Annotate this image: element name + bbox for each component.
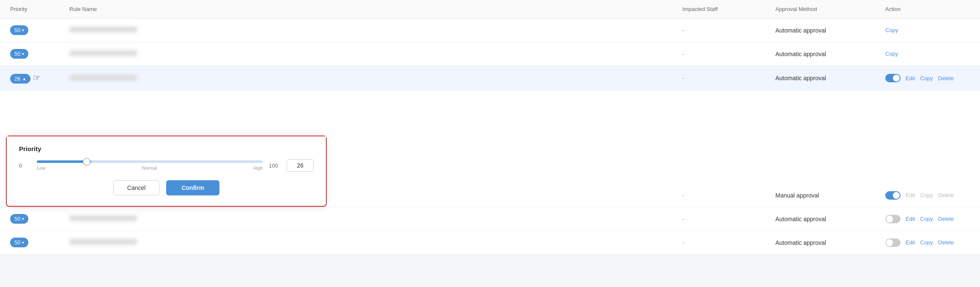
copy-link[interactable]: Copy xyxy=(920,75,933,81)
priority-badge[interactable]: 50 ▾ xyxy=(10,49,28,59)
approval-method-cell: Automatic approval xyxy=(775,239,885,246)
header-rule-name: Rule Name xyxy=(69,6,682,12)
priority-value: 50 xyxy=(14,51,20,57)
action-buttons: Edit Copy Delete xyxy=(885,215,970,223)
rule-name-blurred xyxy=(69,75,137,81)
table-row: 50 ▾ - Automatic approval Copy xyxy=(0,42,980,66)
action-buttons: Edit Copy Delete xyxy=(885,74,970,82)
priority-cell: 50 ▾ xyxy=(10,25,69,35)
priority-value: 50 xyxy=(14,239,20,246)
approval-method-cell: Automatic approval xyxy=(775,75,885,81)
edit-link[interactable]: Edit xyxy=(906,75,915,81)
copy-link[interactable]: Copy xyxy=(920,239,933,246)
slider-value-input[interactable] xyxy=(287,159,314,172)
confirm-button[interactable]: Confirm xyxy=(166,180,219,195)
impacted-staff-cell: - xyxy=(682,51,775,57)
header-action: Action xyxy=(885,6,970,12)
rule-name-blurred xyxy=(69,50,137,56)
header-impacted-staff: Impacted Staff xyxy=(682,6,775,12)
impacted-staff-cell: - xyxy=(682,27,775,34)
main-table: Priority Rule Name Impacted Staff Approv… xyxy=(0,0,980,255)
slider-labels: Low Normal High xyxy=(37,165,263,171)
edit-link[interactable]: Edit xyxy=(906,216,915,222)
chevron-down-icon: ▾ xyxy=(22,28,24,32)
priority-value: 26 xyxy=(14,76,20,82)
chevron-down-icon: ▾ xyxy=(22,240,24,245)
impacted-staff-cell: - xyxy=(682,239,775,246)
slider-max-label: 100 xyxy=(269,162,281,169)
impacted-staff-cell: - xyxy=(682,192,775,199)
table-header: Priority Rule Name Impacted Staff Approv… xyxy=(0,0,980,19)
table-row: 50 ▾ - Automatic approval Edit Copy Dele… xyxy=(0,231,980,255)
copy-link: Copy xyxy=(920,192,933,198)
approval-method-cell: Automatic approval xyxy=(775,27,885,34)
toggle-switch[interactable] xyxy=(885,191,901,200)
priority-value: 50 xyxy=(14,27,20,33)
slider-min-label: 0 xyxy=(19,162,31,169)
priority-cell: 50 ▾ xyxy=(10,49,69,59)
slider-thumb[interactable] xyxy=(83,158,90,165)
header-approval-method: Approval Method xyxy=(775,6,885,12)
chevron-down-icon: ▾ xyxy=(22,51,24,56)
priority-value: 50 xyxy=(14,216,20,222)
rule-name-blurred xyxy=(69,239,137,245)
action-buttons: Edit Copy Delete xyxy=(885,191,970,200)
delete-link[interactable]: Delete xyxy=(938,75,954,81)
toggle-switch[interactable] xyxy=(885,238,901,247)
delete-link[interactable]: Delete xyxy=(938,216,954,222)
slider-low-label: Low xyxy=(37,165,45,171)
priority-cell: 50 ▾ xyxy=(10,238,69,247)
rule-name-blurred xyxy=(69,215,137,221)
copy-link[interactable]: Copy xyxy=(885,27,898,33)
action-buttons: Copy xyxy=(885,27,970,33)
edit-link[interactable]: Edit xyxy=(906,239,915,246)
priority-panel: Priority 0 Low Normal High 100 xyxy=(7,136,326,206)
slider-normal-label: Normal xyxy=(142,165,157,171)
rule-name-cell xyxy=(69,239,682,246)
header-priority: Priority xyxy=(10,6,69,12)
table-row: 50 ▾ - Automatic approval Edit Copy Dele… xyxy=(0,207,980,231)
rule-name-cell xyxy=(69,75,682,82)
popup-title: Priority xyxy=(19,145,314,152)
copy-link[interactable]: Copy xyxy=(885,51,898,57)
slider-wrapper: Low Normal High xyxy=(37,160,263,171)
popup-actions: Cancel Confirm xyxy=(19,180,314,195)
toggle-switch[interactable] xyxy=(885,215,901,223)
chevron-down-icon: ▾ xyxy=(22,217,24,221)
edit-link: Edit xyxy=(906,192,915,198)
priority-badge[interactable]: 50 ▾ xyxy=(10,214,28,224)
rule-name-blurred xyxy=(69,27,137,32)
rule-name-cell xyxy=(69,27,682,34)
slider-track xyxy=(37,160,263,163)
chevron-up-icon: ▲ xyxy=(22,76,26,81)
impacted-staff-cell: - xyxy=(682,75,775,81)
rule-name-cell xyxy=(69,50,682,57)
priority-cell: 50 ▾ xyxy=(10,214,69,224)
approval-method-cell: Automatic approval xyxy=(775,51,885,57)
slider-section: 0 Low Normal High 100 xyxy=(19,159,314,172)
priority-popup: Priority 0 Low Normal High 100 xyxy=(6,135,327,207)
cursor-icon: ☞ xyxy=(33,73,41,82)
delete-link[interactable]: Delete xyxy=(938,239,954,246)
delete-link: Delete xyxy=(938,192,954,198)
priority-badge[interactable]: 50 ▾ xyxy=(10,25,28,35)
priority-badge-active[interactable]: 26 ▲ xyxy=(10,74,30,84)
toggle-switch[interactable] xyxy=(885,74,901,82)
priority-cell: 26 ▲ ☞ xyxy=(10,73,69,84)
impacted-staff-cell: - xyxy=(682,216,775,222)
action-buttons: Copy xyxy=(885,51,970,57)
slider-high-label: High xyxy=(253,165,263,171)
priority-badge[interactable]: 50 ▾ xyxy=(10,238,28,247)
table-row: 50 ▾ - Automatic approval Copy xyxy=(0,19,980,42)
copy-link[interactable]: Copy xyxy=(920,216,933,222)
cancel-button[interactable]: Cancel xyxy=(113,180,160,195)
table-row-active: 26 ▲ ☞ - Automatic approval Edit Copy De… xyxy=(0,66,980,91)
action-buttons: Edit Copy Delete xyxy=(885,238,970,247)
approval-method-cell: Automatic approval xyxy=(775,216,885,222)
rule-name-cell xyxy=(69,215,682,222)
approval-method-cell: Manual approval xyxy=(775,192,885,199)
